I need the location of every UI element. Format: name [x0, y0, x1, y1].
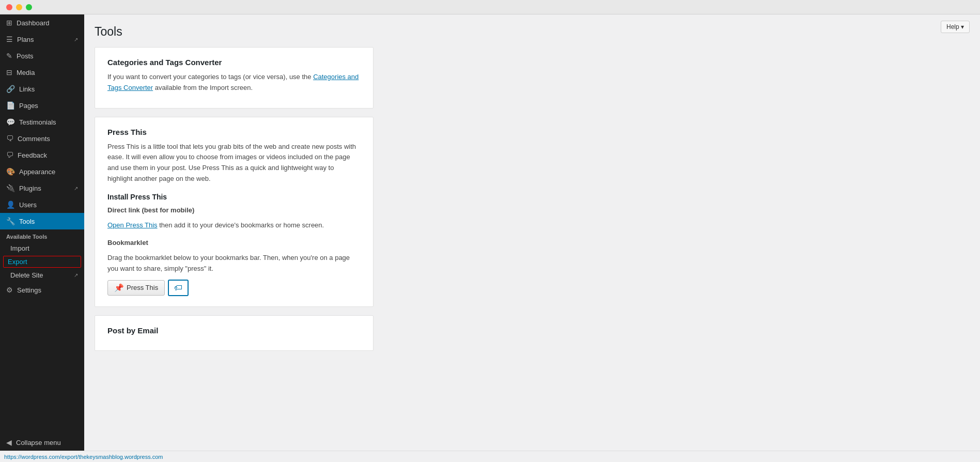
press-this-btn-icon: 📌 [114, 283, 124, 292]
post-by-email-card: Post by Email [95, 315, 374, 351]
help-button[interactable]: Help ▾ [941, 21, 970, 33]
links-icon: 🔗 [6, 85, 15, 93]
sidebar-item-posts[interactable]: ✎ Posts [0, 48, 84, 64]
comments-icon: 🗨 [6, 134, 13, 143]
sidebar-sub-item-import[interactable]: Import [0, 242, 84, 255]
main-content: Help ▾ Tools Categories and Tags Convert… [84, 14, 980, 451]
settings-icon: ⚙ [6, 286, 13, 294]
categories-card: Categories and Tags Converter If you wan… [95, 47, 374, 109]
feedback-icon: 🗩 [6, 151, 13, 159]
close-button[interactable] [6, 4, 12, 10]
open-press-this-link[interactable]: Open Press This [107, 221, 158, 229]
posts-icon: ✎ [6, 52, 12, 60]
press-this-card-title: Press This [107, 128, 361, 136]
sidebar-sub-item-delete-site[interactable]: Delete Site ↗ [0, 269, 84, 282]
direct-link-label: Direct link (best for mobile) [107, 205, 361, 216]
bookmarklet-description: Drag the bookmarklet below to your bookm… [107, 253, 361, 274]
app-body: ⊞ Dashboard ☰ Plans ↗ ✎ Posts ⊟ Media 🔗 … [0, 14, 980, 451]
press-this-buttons: 📌 Press This 🏷 [107, 280, 361, 296]
direct-link-body: Open Press This then add it to your devi… [107, 220, 361, 231]
sidebar-item-media[interactable]: ⊟ Media [0, 64, 84, 81]
press-this-bookmarklet-button[interactable]: 📌 Press This [107, 280, 165, 296]
sidebar-item-settings[interactable]: ⚙ Settings [0, 282, 84, 298]
sidebar-item-dashboard[interactable]: ⊞ Dashboard [0, 14, 84, 31]
sidebar-item-appearance[interactable]: 🎨 Appearance [0, 163, 84, 180]
sidebar-item-comments[interactable]: 🗨 Comments [0, 130, 84, 147]
sidebar-item-collapse[interactable]: ◀ Collapse menu [0, 434, 84, 451]
maximize-button[interactable] [26, 4, 32, 10]
titlebar [0, 0, 980, 14]
plans-icon: ☰ [6, 35, 13, 43]
appearance-icon: 🎨 [6, 167, 15, 176]
testimonials-icon: 💬 [6, 118, 15, 126]
collapse-icon: ◀ [6, 438, 12, 446]
users-icon: 👤 [6, 201, 15, 209]
categories-card-body: If you want to convert your categories t… [107, 72, 361, 94]
tools-icon: 🔧 [6, 217, 15, 225]
statusbar-url: https://wordpress.com/export/thekeysmash… [4, 454, 163, 460]
categories-card-title: Categories and Tags Converter [107, 58, 361, 67]
sidebar-item-plugins[interactable]: 🔌 Plugins ↗ [0, 180, 84, 196]
bookmarklet-icon-button[interactable]: 🏷 [168, 280, 189, 296]
available-tools-header: Available Tools [0, 229, 84, 242]
minimize-button[interactable] [16, 4, 22, 10]
media-icon: ⊟ [6, 68, 12, 76]
press-this-description: Press This is a little tool that lets yo… [107, 142, 361, 184]
external-link-icon: ↗ [74, 37, 78, 42]
install-press-this-title: Install Press This [107, 193, 361, 201]
sidebar-item-pages[interactable]: 📄 Pages [0, 97, 84, 114]
pages-icon: 📄 [6, 101, 15, 110]
sidebar-item-plans[interactable]: ☰ Plans ↗ [0, 31, 84, 48]
sidebar-item-links[interactable]: 🔗 Links [0, 81, 84, 97]
post-by-email-title: Post by Email [107, 326, 361, 335]
dashboard-icon: ⊞ [6, 19, 12, 27]
plugins-icon: 🔌 [6, 184, 15, 192]
bookmarklet-tag-icon: 🏷 [174, 283, 182, 292]
press-this-card: Press This Press This is a little tool t… [95, 117, 374, 307]
page-title: Tools [95, 25, 970, 39]
bookmarklet-label: Bookmarklet [107, 238, 361, 249]
sidebar-item-users[interactable]: 👤 Users [0, 196, 84, 213]
sidebar-item-tools[interactable]: 🔧 Tools [0, 213, 84, 229]
sidebar-sub-item-export[interactable]: Export [3, 256, 81, 268]
sidebar: ⊞ Dashboard ☰ Plans ↗ ✎ Posts ⊟ Media 🔗 … [0, 14, 84, 451]
plugins-external-icon: ↗ [74, 186, 78, 191]
statusbar: https://wordpress.com/export/thekeysmash… [0, 451, 980, 462]
delete-site-external-icon: ↗ [74, 272, 78, 278]
sidebar-item-feedback[interactable]: 🗩 Feedback [0, 147, 84, 163]
sidebar-item-testimonials[interactable]: 💬 Testimonials [0, 114, 84, 130]
